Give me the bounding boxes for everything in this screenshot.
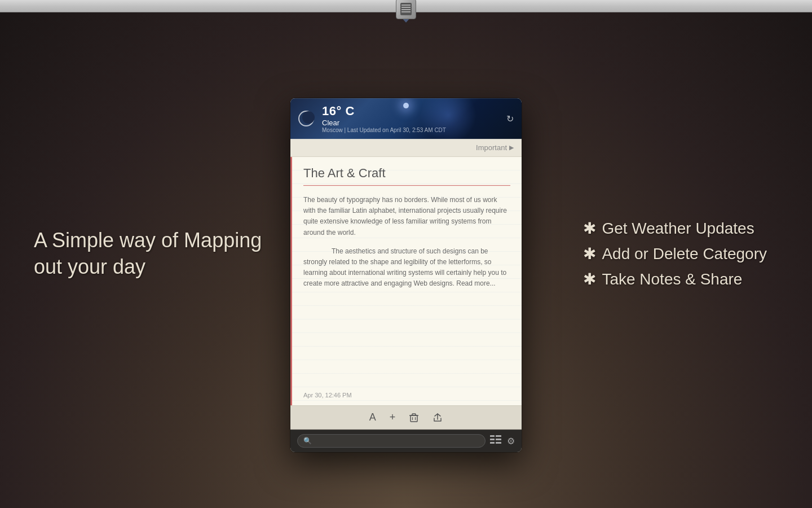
- svg-rect-11: [496, 439, 501, 440]
- svg-rect-10: [490, 439, 495, 440]
- font-button[interactable]: A: [369, 411, 376, 423]
- note-paragraph-2: The aesthetics and structure of such des…: [303, 246, 510, 290]
- share-icon: [433, 413, 443, 423]
- list-view-button[interactable]: [490, 435, 501, 446]
- category-text: Important: [476, 143, 507, 152]
- feature-item-1: ✱ Get Weather Updates: [583, 216, 767, 242]
- search-box[interactable]: 🔍: [297, 434, 486, 448]
- feature-list: ✱ Get Weather Updates ✱ Add or Delete Ca…: [583, 216, 767, 292]
- bottom-actions: ⚙: [490, 435, 515, 446]
- note-content: The Art & Craft The beauty of typography…: [290, 157, 522, 405]
- feature-label-3: Take Notes & Share: [602, 266, 742, 292]
- tagline-line1: A Simple way of Mapping: [34, 227, 262, 254]
- svg-rect-0: [411, 415, 417, 422]
- note-body[interactable]: The beauty of typography has no borders.…: [303, 195, 510, 290]
- app-menubar-icon[interactable]: [396, 0, 416, 19]
- category-label[interactable]: Important ▶: [476, 143, 514, 152]
- asterisk-icon-3: ✱: [583, 266, 596, 292]
- add-button[interactable]: +: [390, 411, 396, 423]
- share-button[interactable]: [433, 413, 443, 423]
- svg-rect-12: [490, 442, 495, 444]
- notebook-icon: [400, 3, 412, 15]
- search-input[interactable]: [315, 437, 479, 445]
- svg-rect-9: [496, 435, 501, 437]
- note-title[interactable]: The Art & Craft: [303, 166, 510, 186]
- search-icon: 🔍: [303, 437, 312, 445]
- weather-refresh-button[interactable]: ↻: [506, 113, 514, 124]
- note-timestamp: Apr 30, 12:46 PM: [303, 392, 352, 398]
- tagline-line2: out your day: [34, 254, 262, 281]
- weather-temperature: 16° C: [322, 104, 501, 119]
- weather-info: 16° C Clear Moscow | Last Updated on Apr…: [322, 104, 501, 133]
- weather-condition: Clear: [322, 119, 501, 127]
- settings-button[interactable]: ⚙: [507, 436, 515, 446]
- feature-label-2: Add or Delete Category: [602, 242, 767, 267]
- trash-icon: [409, 413, 419, 423]
- moon-icon: [298, 111, 314, 126]
- app-window: 16° C Clear Moscow | Last Updated on Apr…: [290, 98, 522, 452]
- category-arrow-icon: ▶: [509, 144, 514, 151]
- note-paragraph-1: The beauty of typography has no borders.…: [303, 195, 510, 238]
- feature-item-2: ✱ Add or Delete Category: [583, 242, 767, 267]
- left-tagline: A Simple way of Mapping out your day: [34, 227, 262, 281]
- weather-header: 16° C Clear Moscow | Last Updated on Apr…: [290, 98, 522, 139]
- svg-rect-8: [490, 435, 495, 437]
- feature-item-3: ✱ Take Notes & Share: [583, 266, 767, 292]
- feature-label-1: Get Weather Updates: [602, 216, 754, 242]
- bottom-bar: 🔍 ⚙: [290, 430, 522, 452]
- list-icon: [490, 435, 501, 444]
- asterisk-icon-2: ✱: [583, 242, 596, 267]
- weather-glow: [403, 103, 409, 108]
- category-bar: Important ▶: [290, 139, 522, 157]
- svg-rect-13: [496, 442, 501, 444]
- delete-button[interactable]: [409, 413, 419, 423]
- weather-location: Moscow | Last Updated on April 30, 2:53 …: [322, 127, 501, 133]
- menubar: [0, 0, 812, 12]
- note-toolbar: A +: [290, 405, 522, 430]
- asterisk-icon-1: ✱: [583, 216, 596, 242]
